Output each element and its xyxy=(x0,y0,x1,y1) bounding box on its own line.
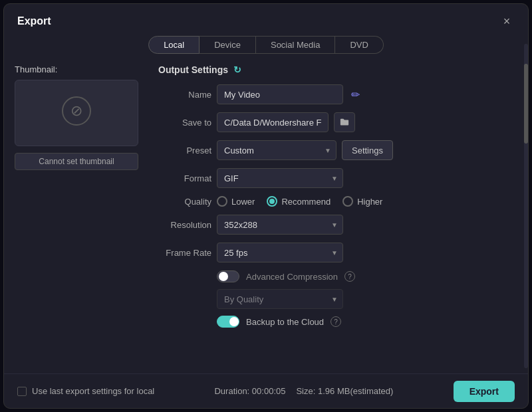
name-row: Name ✏ xyxy=(158,84,517,104)
framerate-select-wrap: 25 fps ▼ xyxy=(217,243,343,262)
thumbnail-label: Thumbnail: xyxy=(15,64,148,74)
overlay: Export × Local Device Social Media DVD T… xyxy=(0,0,532,412)
quality-lower-option[interactable]: Lower xyxy=(217,196,255,207)
name-input[interactable] xyxy=(217,84,343,104)
use-last-settings-checkbox[interactable] xyxy=(17,387,27,396)
preset-row: Preset Custom ▼ Settings xyxy=(158,140,517,160)
quality-recommend-dot xyxy=(269,199,275,204)
preset-label: Preset xyxy=(158,146,211,155)
quality-lower-radio[interactable] xyxy=(217,196,227,207)
output-settings-section: Output Settings ↻ xyxy=(158,64,517,75)
framerate-select[interactable]: 25 fps xyxy=(217,243,343,262)
backup-cloud-row: Backup to the Cloud ? xyxy=(158,316,517,328)
duration-info: Duration: 00:00:05 xyxy=(214,386,285,396)
use-last-settings-label[interactable]: Use last export settings for local xyxy=(17,386,154,396)
backup-cloud-toggle[interactable] xyxy=(217,316,239,328)
output-settings-label: Output Settings xyxy=(158,64,228,75)
format-select-wrap: GIF ▼ xyxy=(217,168,343,188)
tab-local[interactable]: Local xyxy=(148,36,200,54)
by-quality-row: By Quality ▼ xyxy=(158,289,517,309)
save-to-row: Save to xyxy=(158,112,517,132)
backup-cloud-label: Backup to the Cloud xyxy=(246,317,324,327)
preset-select[interactable]: Custom xyxy=(217,140,336,160)
resolution-row: Resolution 352x288 ▼ xyxy=(158,215,517,235)
settings-button[interactable]: Settings xyxy=(342,140,393,160)
framerate-row: Frame Rate 25 fps ▼ xyxy=(158,243,517,262)
dialog-header: Export × xyxy=(4,4,528,36)
quality-recommend-option[interactable]: Recommend xyxy=(267,196,331,207)
quality-radio-group: Lower Recommend Higher xyxy=(217,196,382,207)
preset-select-wrap: Custom ▼ xyxy=(217,140,336,160)
save-to-input[interactable] xyxy=(217,112,329,132)
format-select[interactable]: GIF xyxy=(217,168,343,188)
export-button[interactable]: Export xyxy=(454,381,515,402)
scrollbar-thumb[interactable] xyxy=(524,64,528,144)
advanced-compression-help-icon[interactable]: ? xyxy=(344,271,355,282)
cannot-set-thumbnail-button[interactable]: Cannot set thumbnail xyxy=(15,153,138,170)
format-label: Format xyxy=(158,173,211,183)
tabs-row: Local Device Social Media DVD xyxy=(4,36,528,62)
resolution-label: Resolution xyxy=(158,220,211,230)
quality-label: Quality xyxy=(158,197,211,207)
footer-info: Duration: 00:00:05 Size: 1.96 MB(estimat… xyxy=(214,386,393,396)
quality-lower-label: Lower xyxy=(231,197,255,207)
backup-cloud-knob xyxy=(229,317,239,326)
close-button[interactable]: × xyxy=(499,13,515,29)
advanced-compression-label: Advanced Compression xyxy=(246,272,338,282)
resolution-select-wrap: 352x288 ▼ xyxy=(217,215,343,235)
name-label: Name xyxy=(158,90,211,100)
dialog-footer: Use last export settings for local Durat… xyxy=(4,373,528,408)
dialog-body: Thumbnail: ⊘ Cannot set thumbnail Output… xyxy=(4,62,528,373)
export-dialog: Export × Local Device Social Media DVD T… xyxy=(3,3,529,409)
quality-row: Quality Lower Recommend xyxy=(158,196,517,207)
thumbnail-box: ⊘ xyxy=(15,80,138,146)
use-last-settings-text: Use last export settings for local xyxy=(32,386,154,396)
by-quality-select[interactable]: By Quality xyxy=(217,289,343,309)
quality-higher-radio[interactable] xyxy=(342,196,353,207)
right-panel: Output Settings ↻ Name ✏ Save to xyxy=(158,62,517,373)
quality-recommend-radio[interactable] xyxy=(267,196,277,207)
size-info: Size: 1.96 MB(estimated) xyxy=(296,386,393,396)
tab-social-media[interactable]: Social Media xyxy=(256,36,335,54)
no-thumbnail-icon: ⊘ xyxy=(62,96,91,126)
tab-dvd[interactable]: DVD xyxy=(335,36,383,54)
by-quality-select-wrap: By Quality ▼ xyxy=(217,289,343,309)
quality-higher-option[interactable]: Higher xyxy=(342,196,382,207)
framerate-label: Frame Rate xyxy=(158,248,211,258)
dialog-title: Export xyxy=(17,15,51,27)
format-row: Format GIF ▼ xyxy=(158,168,517,188)
refresh-icon[interactable]: ↻ xyxy=(233,64,244,75)
folder-button[interactable] xyxy=(334,112,355,132)
backup-cloud-help-icon[interactable]: ? xyxy=(331,316,341,327)
tab-device[interactable]: Device xyxy=(200,36,256,54)
scrollbar[interactable] xyxy=(524,62,528,368)
left-panel: Thumbnail: ⊘ Cannot set thumbnail xyxy=(15,62,148,373)
ai-button[interactable]: ✏ xyxy=(348,88,362,101)
advanced-compression-toggle[interactable] xyxy=(217,270,239,282)
advanced-compression-knob xyxy=(219,272,228,281)
quality-higher-label: Higher xyxy=(357,197,382,207)
save-to-label: Save to xyxy=(158,118,211,128)
quality-recommend-label: Recommend xyxy=(281,197,331,207)
resolution-select[interactable]: 352x288 xyxy=(217,215,343,235)
advanced-compression-row: Advanced Compression ? xyxy=(158,270,517,282)
